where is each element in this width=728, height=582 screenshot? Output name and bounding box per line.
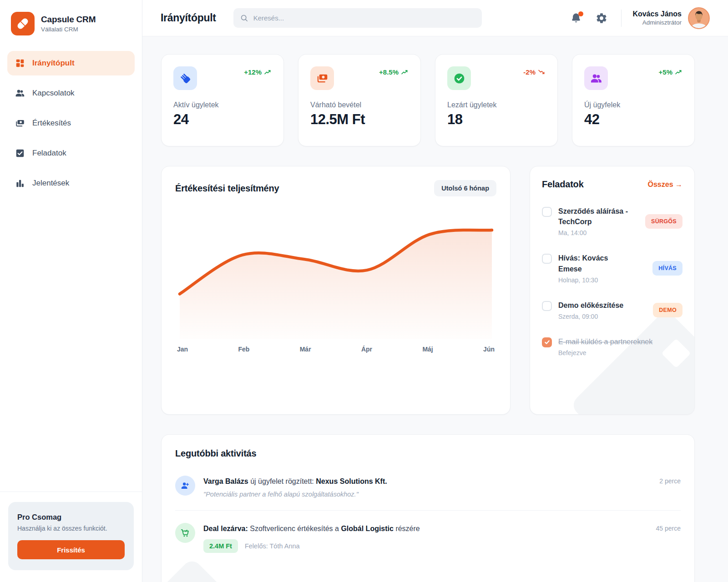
- x-tick-label: Ápr: [361, 346, 372, 353]
- responsible-label: Felelős: Tóth Anna: [245, 542, 300, 550]
- sidebar-item-label: Kapcsolatok: [32, 89, 75, 98]
- task-title: Hívás: Kovács Emese: [558, 253, 630, 274]
- trend-value: +8.5%: [379, 68, 399, 76]
- app-tagline: Vállalati CRM: [41, 26, 96, 33]
- task-row: Demo előkészítéseSzerda, 09:00DEMO: [542, 300, 682, 320]
- task-text: Szerződés aláírása - TechCorpMa, 14:00: [558, 206, 630, 236]
- task-text: Hívás: Kovács EmeseHolnap, 10:30: [558, 253, 630, 283]
- contacts-icon: [15, 88, 25, 98]
- deal-value-badge: 2.4M Ft: [203, 539, 238, 553]
- avatar[interactable]: [688, 7, 710, 29]
- activity-text: Deal lezárva: Szoftverlicenc értékesítés…: [203, 524, 648, 534]
- promo-card: Pro Csomag Használja ki az összes funkci…: [8, 502, 134, 570]
- page-title: Irányítópult: [161, 12, 216, 24]
- app-title: Capsule CRM: [41, 15, 96, 25]
- chart-x-axis: JanFebMárÁprMájJún: [175, 346, 496, 353]
- task-checkbox[interactable]: [542, 301, 552, 311]
- trend-value: +5%: [659, 68, 672, 76]
- stat-label: Aktív ügyletek: [173, 101, 272, 109]
- trend-badge: +5%: [659, 68, 682, 76]
- task-time: Ma, 14:00: [558, 229, 630, 236]
- sales-icon: [15, 118, 25, 128]
- user-name: Kovács János: [632, 10, 682, 18]
- task-text: Demo előkészítéseSzerda, 09:00: [558, 300, 630, 320]
- activity-meta: 2.4M FtFelelős: Tóth Anna: [203, 539, 648, 553]
- trend-up-icon: [264, 69, 272, 75]
- trend-up-icon: [401, 69, 409, 75]
- stat-card: +12%Aktív ügyletek24: [161, 54, 284, 146]
- dashboard-icon: [15, 58, 25, 68]
- task-list: Szerződés aláírása - TechCorpMa, 14:00SÜ…: [542, 206, 682, 356]
- x-tick-label: Már: [300, 346, 311, 353]
- task-checkbox[interactable]: [542, 337, 552, 347]
- task-title: E-mail küldés a partnereknek: [558, 336, 682, 347]
- trend-badge: +12%: [244, 68, 272, 76]
- task-text: E-mail küldés a partnereknekBefejezve: [558, 336, 682, 356]
- stat-value: 12.5M Ft: [310, 111, 409, 128]
- trend-value: +12%: [244, 68, 262, 76]
- task-time: Szerda, 09:00: [558, 313, 630, 320]
- sidebar-item-label: Irányítópult: [32, 59, 75, 68]
- stat-card: +5%Új ügyfelek42: [572, 54, 695, 146]
- activity-title: Legutóbbi aktivitás: [175, 448, 681, 459]
- task-row: Hívás: Kovács EmeseHolnap, 10:30HÍVÁS: [542, 253, 682, 283]
- trend-badge: -2%: [523, 68, 546, 76]
- task-time: Holnap, 10:30: [558, 276, 630, 284]
- brand: Capsule CRM Vállalati CRM: [0, 0, 142, 46]
- activity-timestamp: 2 perce: [659, 476, 681, 498]
- top-bar: Irányítópult: [142, 0, 728, 36]
- sidebar: Capsule CRM Vállalati CRM IrányítópultKa…: [0, 0, 142, 582]
- stat-card: +8.5%Várható bevétel12.5M Ft: [298, 54, 421, 146]
- settings-button[interactable]: [596, 12, 607, 24]
- app-logo-icon: [11, 12, 35, 35]
- stat-label: Várható bevétel: [310, 101, 409, 109]
- banknote-icon: [310, 66, 334, 90]
- stats-row: +12%Aktív ügyletek24+8.5%Várható bevétel…: [161, 54, 695, 146]
- stat-label: Új ügyfelek: [584, 101, 682, 109]
- tasks-view-all-link[interactable]: Összes →: [648, 181, 682, 189]
- activity-text-segment: Globál Logistic: [341, 525, 394, 532]
- task-badge: HÍVÁS: [652, 261, 682, 276]
- chart-canvas: [175, 206, 496, 339]
- activity-text-segment: új ügyfelet rögzített:: [248, 477, 316, 485]
- people-icon: [584, 66, 608, 90]
- activity-item: Deal lezárva: Szoftverlicenc értékesítés…: [175, 510, 681, 565]
- check-circle-icon: [447, 66, 471, 90]
- sidebar-item-sales[interactable]: Értékesítés: [7, 111, 135, 135]
- activity-text-segment: részére: [394, 525, 420, 532]
- task-checkbox[interactable]: [542, 254, 552, 264]
- task-time: Befejezve: [558, 349, 682, 356]
- cart-icon: [175, 523, 195, 543]
- sidebar-item-tasks[interactable]: Feladatok: [7, 141, 135, 166]
- sidebar-item-contacts[interactable]: Kapcsolatok: [7, 81, 135, 105]
- activity-item: Varga Balázs új ügyfelet rögzített: Nexu…: [175, 463, 681, 510]
- task-checkbox[interactable]: [542, 207, 552, 217]
- upgrade-button[interactable]: Frissítés: [17, 540, 125, 559]
- notifications-button[interactable]: [570, 12, 582, 24]
- tasks-icon: [15, 148, 25, 158]
- x-tick-label: Máj: [422, 346, 433, 353]
- activity-text: Varga Balázs új ügyfelet rögzített: Nexu…: [203, 477, 651, 487]
- promo-text: Használja ki az összes funkciót.: [17, 525, 125, 532]
- task-title: Demo előkészítése: [558, 300, 630, 311]
- activity-quote: "Potenciális partner a felhő alapú szolg…: [203, 491, 651, 498]
- activity-text-segment: Nexus Solutions Kft.: [316, 477, 387, 485]
- task-row: Szerződés aláírása - TechCorpMa, 14:00SÜ…: [542, 206, 682, 236]
- stat-label: Lezárt ügyletek: [447, 101, 546, 109]
- sidebar-item-reports[interactable]: Jelentések: [7, 171, 135, 196]
- tasks-panel: Feladatok Összes → Szerződés aláírása - …: [530, 166, 695, 415]
- search-input[interactable]: [233, 8, 482, 28]
- trend-badge: +8.5%: [379, 68, 409, 76]
- period-selector[interactable]: Utolsó 6 hónap: [434, 180, 496, 196]
- stat-card: -2%Lezárt ügyletek18: [435, 54, 558, 146]
- recent-activity-card: Legutóbbi aktivitás Varga Balázs új ügyf…: [161, 434, 695, 582]
- sales-performance-card: Értékesítési teljesítmény Utolsó 6 hónap…: [161, 166, 511, 415]
- reports-icon: [15, 178, 25, 188]
- activity-text-segment: Deal lezárva:: [203, 525, 248, 532]
- bell-icon: [570, 19, 582, 25]
- sidebar-item-dashboard[interactable]: Irányítópult: [7, 51, 135, 75]
- activity-body: Varga Balázs új ügyfelet rögzített: Nexu…: [203, 476, 651, 498]
- sidebar-item-label: Jelentések: [32, 179, 69, 188]
- user-role: Adminisztrátor: [632, 19, 682, 26]
- task-title: Szerződés aláírása - TechCorp: [558, 206, 630, 227]
